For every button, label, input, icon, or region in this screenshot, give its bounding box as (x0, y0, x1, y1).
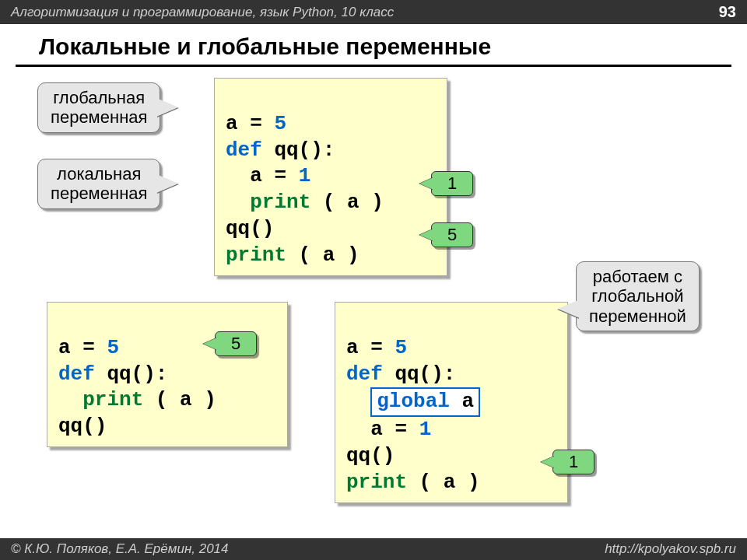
code-block-1: a = 5 def qq(): a = 1 print ( a ) qq() p… (214, 78, 447, 276)
page-number: 93 (719, 3, 736, 21)
code-block-2: a = 5 def qq(): print ( a ) qq() (47, 302, 288, 447)
course-title: Алгоритмизация и программирование, язык … (11, 5, 394, 20)
output-bubble-1b: 1 (552, 450, 594, 474)
bubble-value: 1 (447, 173, 457, 193)
slide-title: Локальные и глобальные переменные (16, 24, 731, 67)
speech-tail-icon (558, 299, 580, 318)
callout-work-global: работаем с глобальной переменной (576, 261, 700, 331)
callout-text: глобальная переменная (51, 88, 147, 127)
output-bubble-5a: 5 (431, 222, 473, 247)
speech-tail-icon (156, 174, 178, 193)
speech-tail-icon (156, 98, 178, 117)
callout-local-var: локальная переменная (37, 159, 160, 209)
bubble-value: 5 (231, 334, 240, 353)
footer-copyright: © К.Ю. Поляков, Е.А. Ерёмин, 2014 (11, 541, 229, 557)
slide-body: a = 5 def qq(): a = 1 print ( a ) qq() p… (0, 67, 747, 549)
code-block-3: a = 5 def qq(): global a a = 1 qq() prin… (335, 302, 568, 503)
output-bubble-5b: 5 (215, 331, 257, 356)
callout-text: локальная переменная (51, 164, 147, 203)
callout-global-var: глобальная переменная (37, 82, 160, 133)
footer-url: http://kpolyakov.spb.ru (605, 541, 736, 557)
callout-text: работаем с глобальной переменной (589, 267, 686, 326)
footer-bar: © К.Ю. Поляков, Е.А. Ерёмин, 2014 http:/… (0, 538, 747, 560)
header-bar: Алгоритмизация и программирование, язык … (0, 0, 747, 24)
global-highlight-box: global a (370, 387, 480, 417)
bubble-value: 5 (447, 225, 457, 244)
output-bubble-1: 1 (431, 171, 473, 196)
bubble-value: 1 (569, 452, 578, 471)
